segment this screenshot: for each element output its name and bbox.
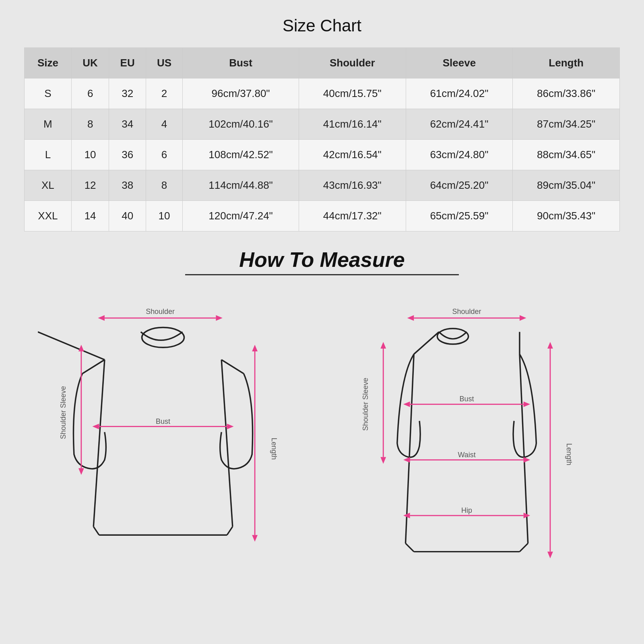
table-cell: L bbox=[25, 140, 72, 170]
svg-marker-51 bbox=[547, 552, 553, 559]
svg-marker-55 bbox=[381, 457, 386, 464]
measure-underline bbox=[185, 274, 459, 275]
svg-text:Shoulder: Shoulder bbox=[146, 308, 175, 316]
table-cell: 63cm/24.80" bbox=[406, 140, 513, 170]
svg-marker-42 bbox=[403, 457, 410, 463]
table-cell: 36 bbox=[109, 140, 146, 170]
table-header-cell: EU bbox=[109, 48, 146, 78]
table-row: XXL144010120cm/47.24"44cm/17.32"65cm/25.… bbox=[25, 201, 620, 231]
svg-marker-1 bbox=[98, 315, 105, 321]
svg-point-36 bbox=[438, 328, 469, 344]
table-cell: M bbox=[25, 109, 72, 140]
table-cell: 12 bbox=[71, 170, 109, 201]
svg-text:Waist: Waist bbox=[458, 451, 476, 459]
svg-line-33 bbox=[520, 543, 528, 552]
svg-marker-54 bbox=[381, 342, 386, 349]
svg-marker-18 bbox=[252, 345, 258, 351]
svg-line-6 bbox=[94, 360, 105, 527]
table-cell: 42cm/16.54" bbox=[299, 140, 406, 170]
svg-marker-27 bbox=[520, 315, 526, 321]
svg-marker-26 bbox=[407, 315, 414, 321]
table-cell: 6 bbox=[71, 78, 109, 109]
svg-marker-15 bbox=[227, 424, 234, 429]
table-cell: 32 bbox=[109, 78, 146, 109]
table-cell: 61cm/24.02" bbox=[406, 78, 513, 109]
svg-marker-14 bbox=[93, 424, 99, 429]
table-cell: 34 bbox=[109, 109, 146, 140]
table-cell: 40 bbox=[109, 201, 146, 231]
table-header-cell: Sleeve bbox=[406, 48, 513, 78]
table-cell: 114cm/44.88" bbox=[183, 170, 299, 201]
svg-marker-23 bbox=[78, 468, 84, 475]
diagram-dress: Shoulder bbox=[328, 287, 606, 577]
diagram-sweatshirt: Shoulder bbox=[38, 287, 316, 577]
table-cell: 10 bbox=[146, 201, 182, 231]
table-cell: 6 bbox=[146, 140, 182, 170]
svg-text:Bust: Bust bbox=[156, 417, 170, 425]
svg-line-10 bbox=[222, 360, 233, 527]
table-header-cell: UK bbox=[71, 48, 109, 78]
svg-text:Bust: Bust bbox=[460, 395, 474, 403]
size-chart-title: Size Chart bbox=[24, 16, 620, 35]
table-cell: 86cm/33.86" bbox=[513, 78, 620, 109]
table-header-cell: Size bbox=[25, 48, 72, 78]
table-body: S632296cm/37.80"40cm/15.75"61cm/24.02"86… bbox=[25, 78, 620, 231]
table-cell: 102cm/40.16" bbox=[183, 109, 299, 140]
svg-line-29 bbox=[414, 332, 439, 354]
table-cell: 4 bbox=[146, 109, 182, 140]
table-cell: 8 bbox=[71, 109, 109, 140]
svg-marker-22 bbox=[78, 345, 84, 351]
table-cell: 88cm/34.65" bbox=[513, 140, 620, 170]
svg-line-9 bbox=[227, 526, 233, 535]
table-row: S632296cm/37.80"40cm/15.75"61cm/24.02"86… bbox=[25, 78, 620, 109]
how-to-measure-section: How To Measure Shoulder bbox=[24, 248, 620, 577]
table-cell: 10 bbox=[71, 140, 109, 170]
table-cell: XL bbox=[25, 170, 72, 201]
table-cell: 14 bbox=[71, 201, 109, 231]
svg-text:Shoulder: Shoulder bbox=[452, 308, 481, 316]
table-cell: 43cm/16.93" bbox=[299, 170, 406, 201]
svg-marker-19 bbox=[252, 535, 258, 542]
svg-text:Length: Length bbox=[270, 438, 278, 460]
table-cell: 108cm/42.52" bbox=[183, 140, 299, 170]
table-cell: 41cm/16.14" bbox=[299, 109, 406, 140]
svg-line-7 bbox=[94, 526, 99, 535]
table-cell: 120cm/47.24" bbox=[183, 201, 299, 231]
svg-text:Shoulder Sleeve: Shoulder Sleeve bbox=[60, 386, 68, 439]
table-row: XL12388114cm/44.88"43cm/16.93"64cm/25.20… bbox=[25, 170, 620, 201]
table-row: M8344102cm/40.16"41cm/16.14"62cm/24.41"8… bbox=[25, 109, 620, 140]
table-header-cell: Shoulder bbox=[299, 48, 406, 78]
svg-line-11 bbox=[222, 360, 244, 374]
svg-text:Hip: Hip bbox=[462, 506, 473, 514]
svg-marker-50 bbox=[547, 342, 553, 349]
svg-text:Length: Length bbox=[566, 443, 574, 465]
size-chart-section: Size Chart SizeUKEUUSBustShoulderSleeveL… bbox=[24, 16, 620, 231]
table-row: L10366108cm/42.52"42cm/16.54"63cm/24.80"… bbox=[25, 140, 620, 170]
table-header-cell: Bust bbox=[183, 48, 299, 78]
measure-title: How To Measure bbox=[24, 248, 620, 272]
table-cell: 44cm/17.32" bbox=[299, 201, 406, 231]
svg-marker-43 bbox=[524, 457, 530, 463]
svg-text:Shoulder Sleeve: Shoulder Sleeve bbox=[361, 378, 369, 431]
svg-line-4 bbox=[38, 332, 105, 360]
table-header-cell: Length bbox=[513, 48, 620, 78]
svg-marker-39 bbox=[524, 401, 530, 407]
table-cell: 64cm/25.20" bbox=[406, 170, 513, 201]
table-cell: 38 bbox=[109, 170, 146, 201]
table-cell: 2 bbox=[146, 78, 182, 109]
size-table: SizeUKEUUSBustShoulderSleeveLength S6322… bbox=[24, 47, 620, 231]
table-cell: 96cm/37.80" bbox=[183, 78, 299, 109]
table-cell: S bbox=[25, 78, 72, 109]
table-cell: 62cm/24.41" bbox=[406, 109, 513, 140]
table-header-row: SizeUKEUUSBustShoulderSleeveLength bbox=[25, 48, 620, 78]
svg-marker-38 bbox=[403, 401, 410, 407]
table-cell: XXL bbox=[25, 201, 72, 231]
table-cell: 40cm/15.75" bbox=[299, 78, 406, 109]
svg-marker-2 bbox=[216, 315, 223, 321]
svg-line-31 bbox=[406, 543, 414, 552]
dress-svg: Shoulder bbox=[328, 287, 606, 577]
table-cell: 8 bbox=[146, 170, 182, 201]
sweatshirt-svg: Shoulder bbox=[38, 287, 316, 577]
table-cell: 87cm/34.25" bbox=[513, 109, 620, 140]
table-cell: 65cm/25.59" bbox=[406, 201, 513, 231]
